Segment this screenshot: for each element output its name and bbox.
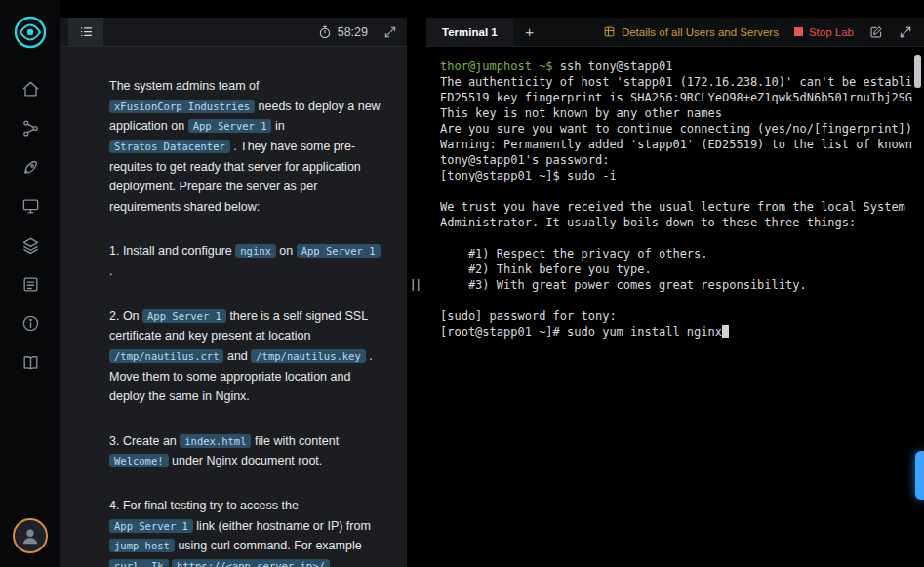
terminal-actions: Details of all Users and Servers Stop La… [603, 25, 924, 39]
stop-square-icon [794, 27, 803, 36]
stop-lab-label: Stop Lab [809, 26, 854, 38]
task-paragraph: 4. For final testing try to access the A… [109, 496, 383, 567]
rocket-icon[interactable] [12, 150, 49, 183]
inline-code-chip: jump host [109, 539, 175, 552]
user-avatar[interactable] [13, 518, 48, 553]
inline-code-chip: Stratos Datacenter [109, 140, 230, 153]
terminal-line: #3) With great power comes great respons… [440, 277, 912, 293]
terminal-line: We trust you have received the usual lec… [440, 199, 912, 215]
terminal-line: Are you sure you want to continue connec… [440, 121, 912, 137]
terminal-output: thor@jumphost ~$ ssh tony@stapp01The aut… [440, 59, 912, 340]
stopwatch-icon [318, 25, 332, 39]
inline-code-chip: index.html [180, 434, 251, 448]
details-link[interactable]: Details of all Users and Servers [603, 25, 779, 38]
app-sidebar [0, 0, 60, 567]
task-panel: 58:29 The system admins team of xFusionC… [60, 0, 407, 567]
panel-splitter: || [407, 0, 426, 567]
terminal-line [440, 230, 912, 246]
grid-icon [603, 25, 616, 38]
task-paragraph: The system admins team of xFusionCorp In… [109, 76, 383, 217]
task-paragraphs: The system admins team of xFusionCorp In… [109, 76, 383, 567]
details-label: Details of all Users and Servers [622, 26, 779, 38]
notes-icon[interactable] [12, 267, 49, 301]
terminal-line: ED25519 key fingerprint is SHA256:9RCLYe… [440, 90, 912, 105]
inline-code-chip: App Server 1 [297, 244, 381, 258]
terminal-prompt: thor@jumphost ~$ [440, 60, 553, 73]
terminal-expand-icon[interactable] [899, 25, 912, 39]
book-icon[interactable] [12, 345, 49, 379]
side-widget-handle[interactable] [915, 451, 924, 500]
info-icon[interactable] [12, 306, 49, 340]
terminal-line: The authenticity of host 'stapp01 (172.1… [440, 74, 912, 90]
terminal-line: #2) Think before you type. [440, 262, 912, 277]
kodekloud-logo [12, 14, 49, 51]
inline-code-chip: curl -Ik [109, 559, 169, 567]
inline-code-chip: /tmp/nautilus.crt [109, 349, 223, 363]
stack-icon[interactable] [12, 228, 49, 262]
task-topbar: 58:29 [60, 18, 407, 47]
terminal-panel: Terminal 1 + Details of all Users and Se… [426, 0, 924, 567]
inline-code-chip: App Server 1 [142, 309, 226, 323]
terminal-topbar: Terminal 1 + Details of all Users and Se… [426, 18, 924, 47]
terminal-line: [sudo] password for tony: [440, 308, 912, 324]
terminal-screen[interactable]: thor@jumphost ~$ ssh tony@stapp01The aut… [426, 47, 924, 567]
terminal-line: Warning: Permanently added 'stapp01' (ED… [440, 137, 912, 152]
terminal-line: Administrator. It usually boils down to … [440, 215, 912, 230]
terminal-tab-1[interactable]: Terminal 1 [426, 18, 513, 46]
task-paragraph: 1. Install and configure nginx on App Se… [109, 241, 383, 281]
terminal-line: #1) Respect the privacy of others. [440, 246, 912, 262]
timer-value: 58:29 [338, 25, 368, 39]
edit-icon[interactable] [869, 25, 883, 39]
terminal-line: [root@stapp01 ~]# sudo yum install nginx [440, 324, 912, 340]
stop-lab-button[interactable]: Stop Lab [794, 26, 854, 38]
inline-code-chip: Welcome! [109, 454, 169, 467]
terminal-line [440, 293, 912, 308]
inline-code-chip: /tmp/nautilus.key [251, 349, 365, 363]
inline-code-chip: https://<app-server-ip>/ [172, 559, 330, 567]
task-list-tab[interactable] [68, 18, 103, 46]
splitter-handle[interactable]: || [412, 276, 422, 291]
terminal-line: thor@jumphost ~$ ssh tony@stapp01 [440, 59, 912, 74]
home-icon[interactable] [12, 72, 49, 105]
monitor-icon[interactable] [12, 189, 49, 223]
task-paragraph: 2. On App Server 1 there is a self signe… [109, 306, 383, 407]
inline-code-chip: App Server 1 [188, 119, 272, 133]
terminal-cursor [722, 325, 729, 338]
inline-code-chip: nginx [235, 244, 276, 258]
new-terminal-tab-button[interactable]: + [513, 18, 546, 46]
terminal-scrollbar-thumb[interactable] [914, 55, 921, 88]
task-expand-icon[interactable] [383, 25, 397, 39]
terminal-line: This key is not known by any other names [440, 105, 912, 121]
terminal-line: [tony@stapp01 ~]$ sudo -i [440, 168, 912, 183]
inline-code-chip: App Server 1 [109, 519, 193, 533]
lab-timer: 58:29 [318, 25, 368, 39]
workflow-icon[interactable] [12, 111, 49, 144]
inline-code-chip: xFusionCorp Industries [109, 100, 255, 113]
task-body: The system admins team of xFusionCorp In… [60, 47, 407, 567]
terminal-line [440, 183, 912, 199]
terminal-line: tony@stapp01's password: [440, 152, 912, 168]
task-paragraph: 3. Create an index.html file with conten… [109, 431, 383, 471]
